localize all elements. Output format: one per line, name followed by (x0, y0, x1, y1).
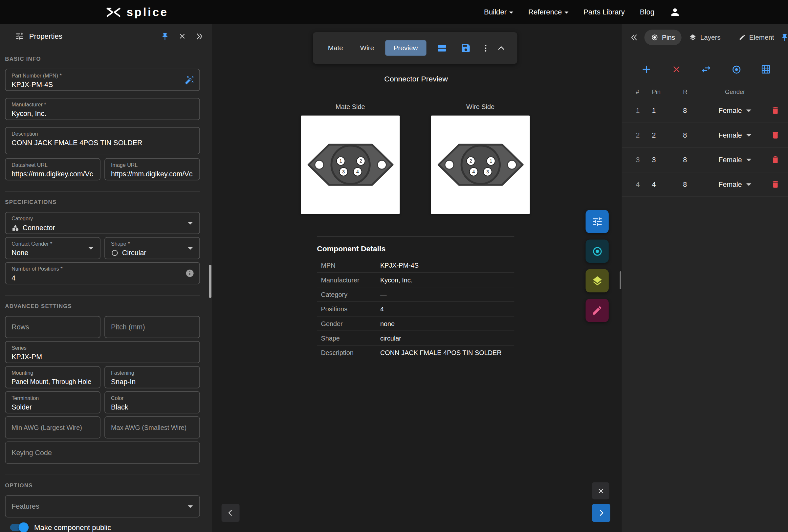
mate-side-label: Mate Side (301, 103, 399, 111)
wire-connector-preview: 2 1 4 3 (431, 116, 530, 214)
chevron-down-icon (188, 506, 193, 508)
section-heading-specifications: SPECIFICATIONS (5, 199, 200, 205)
component-details-heading: Component Details (317, 244, 386, 253)
delete-pin-button[interactable] (758, 106, 780, 115)
gender-select[interactable]: Female (712, 180, 758, 188)
close-panel-icon[interactable] (178, 32, 186, 40)
next-page-button[interactable] (592, 504, 610, 522)
section-divider (5, 295, 200, 296)
pin-panel-icon[interactable] (161, 32, 169, 40)
section-divider (5, 475, 200, 475)
min-awg-field[interactable]: Min AWG (Largest Wire) (5, 416, 100, 438)
gender-select[interactable]: Female (712, 156, 758, 163)
collapse-left-icon[interactable] (630, 33, 638, 41)
user-account-icon[interactable] (669, 6, 681, 18)
kebab-menu-icon[interactable] (481, 43, 490, 53)
mate-tab-button[interactable]: Mate (322, 40, 349, 56)
datasheet-url-field[interactable]: Datasheet URL https://mm.digikey.com/Vc (5, 158, 100, 180)
nav-reference[interactable]: Reference (528, 8, 568, 16)
gender-select[interactable]: Female (712, 131, 758, 139)
pins-table-header: # Pin R Gender (622, 85, 788, 99)
pins-toolbar (622, 58, 788, 80)
color-field[interactable]: Color Black (104, 391, 200, 413)
delete-pin-button[interactable] (758, 131, 780, 140)
canvas-scrollbar[interactable] (620, 271, 622, 289)
preview-canvas: Mate Wire Preview Connector Preview Mate… (212, 24, 622, 532)
preview-tab-button[interactable]: Preview (385, 40, 426, 56)
chevron-down-icon (747, 183, 752, 186)
properties-panel: Properties BASIC INFO Part Number (MPN) … (0, 24, 212, 532)
pin-row: 4 4 8 Female (622, 172, 788, 197)
make-public-toggle[interactable] (10, 524, 27, 531)
wire-tab-button[interactable]: Wire (354, 40, 380, 56)
chevron-down-icon (747, 110, 752, 112)
close-overlay-button[interactable] (592, 482, 609, 499)
save-icon[interactable] (460, 43, 471, 53)
mate-pin-3: 3 (342, 169, 345, 174)
category-select[interactable]: Category Connector (5, 212, 200, 234)
canvas-toolbar: Mate Wire Preview (313, 32, 517, 64)
grid-view-icon[interactable] (761, 64, 771, 75)
pin-row: 2 2 8 Female (622, 123, 788, 148)
tab-element[interactable]: Element (732, 29, 781, 45)
keying-code-field[interactable]: Keying Code (5, 442, 200, 464)
chevron-down-icon (188, 247, 193, 250)
target-pins-icon[interactable] (731, 64, 741, 75)
remove-pin-icon[interactable] (671, 64, 681, 75)
tab-layers[interactable]: Layers (683, 29, 727, 45)
termination-field[interactable]: Termination Solder (5, 391, 100, 413)
prev-page-button[interactable] (222, 504, 240, 522)
image-url-field[interactable]: Image URL https://mm.digikey.com/Vc (104, 158, 200, 180)
pin-row: 3 3 8 Female (622, 148, 788, 172)
edit-tool-button[interactable] (586, 299, 609, 322)
manufacturer-field[interactable]: Manufacturer * Kycon, Inc. (5, 98, 200, 120)
magic-wand-icon[interactable] (185, 75, 194, 85)
collapse-panel-icon[interactable] (195, 32, 204, 40)
make-public-label: Make component public (34, 524, 111, 531)
mate-pin-4: 4 (356, 169, 358, 174)
info-icon[interactable] (185, 269, 194, 278)
properties-tool-button[interactable] (586, 210, 609, 233)
delete-pin-button[interactable] (758, 155, 780, 164)
max-awg-field[interactable]: Max AWG (Smallest Wire) (104, 416, 200, 438)
top-navbar: splice Builder Reference Parts Library B… (0, 0, 788, 24)
mate-connector-preview: 1 2 3 4 (301, 116, 399, 214)
tab-pins[interactable]: Pins (644, 29, 682, 45)
layers-icon (689, 34, 697, 41)
pins-tool-button[interactable] (586, 240, 609, 263)
chevron-down-icon (565, 12, 568, 14)
add-pin-icon[interactable] (641, 64, 652, 75)
component-details-table: MPN KPJX-PM-4S Manufacturer Kycon, Inc. … (317, 258, 514, 360)
delete-pin-button[interactable] (758, 180, 780, 189)
mpn-field[interactable]: Part Number (MPN) * KPJX-PM-4S (5, 69, 200, 91)
left-panel-scrollbar[interactable] (209, 265, 212, 298)
pitch-field[interactable]: Pitch (mm) (104, 316, 200, 338)
description-field[interactable]: Description CONN JACK FMALE 4POS TIN SOL… (5, 127, 200, 154)
contact-gender-select[interactable]: Contact Gender * None (5, 237, 100, 259)
nav-builder[interactable]: Builder (484, 8, 513, 16)
detail-row: Positions 4 (317, 302, 514, 316)
chevron-down-icon (188, 222, 193, 224)
swap-pins-icon[interactable] (701, 64, 712, 75)
chevron-up-icon[interactable] (496, 43, 506, 53)
fastening-field[interactable]: Fastening Snap-In (104, 366, 200, 388)
rows-field[interactable]: Rows (5, 316, 100, 338)
gender-select[interactable]: Female (712, 106, 758, 114)
mate-connector-drawing: 1 2 3 4 (304, 118, 397, 212)
properties-form: BASIC INFO Part Number (MPN) * KPJX-PM-4… (0, 48, 212, 531)
view-stream-icon[interactable] (436, 42, 448, 54)
nav-blog[interactable]: Blog (640, 8, 654, 16)
brand-name: splice (126, 5, 168, 19)
features-select[interactable]: Features (5, 495, 200, 517)
layers-tool-button[interactable] (586, 269, 609, 292)
detail-row: MPN KPJX-PM-4S (317, 258, 514, 273)
properties-panel-header: Properties (0, 24, 212, 48)
shape-select[interactable]: Shape * Circular (104, 237, 200, 259)
brand-logo[interactable]: splice (105, 5, 169, 19)
nav-parts-library[interactable]: Parts Library (584, 8, 625, 16)
positions-field[interactable]: Number of Positions * 4 (5, 262, 200, 284)
mounting-field[interactable]: Mounting Panel Mount, Through Hole (5, 366, 100, 388)
series-field[interactable]: Series KPJX-PM (5, 341, 200, 363)
pin-panel-icon[interactable] (781, 33, 788, 41)
wire-pin-3: 3 (486, 169, 489, 174)
